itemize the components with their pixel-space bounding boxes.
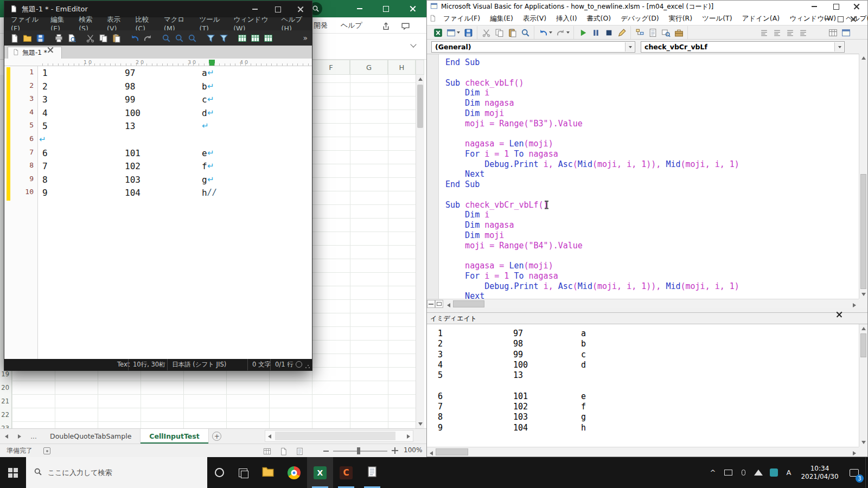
properties-window-icon[interactable] <box>646 26 659 39</box>
minimize-button[interactable] <box>803 1 825 12</box>
margin-indicator-bar[interactable] <box>427 54 439 299</box>
document-tab[interactable]: 無題-1 * <box>8 47 62 59</box>
network-tray-icon[interactable] <box>751 470 766 476</box>
column-header-H[interactable]: H <box>388 60 416 75</box>
minimize-button[interactable] <box>347 0 372 17</box>
menu-表示(V)[interactable]: 表示(V) <box>518 14 551 23</box>
scrollbar-thumb[interactable] <box>860 174 866 289</box>
column-header-G[interactable]: G <box>350 60 388 75</box>
close-button[interactable] <box>846 1 867 12</box>
copy-icon[interactable] <box>97 31 110 44</box>
save-icon[interactable] <box>462 26 475 39</box>
sheet-next-icon[interactable] <box>13 429 26 444</box>
display-tray-icon[interactable] <box>720 470 736 476</box>
open-folder-icon[interactable] <box>21 31 34 44</box>
redo-icon[interactable] <box>141 31 154 44</box>
ribbon-tab-ヘルプ[interactable]: ヘルプ <box>334 17 369 33</box>
mic-tray-icon[interactable] <box>736 470 751 476</box>
page-break-view-icon[interactable] <box>294 446 305 457</box>
expand-formula-bar-icon[interactable] <box>410 41 416 47</box>
toolbar-overflow-icon[interactable]: » <box>303 34 308 42</box>
vba-titlebar[interactable]: Microsoft Visual Basic for Applications … <box>427 1 867 12</box>
column-header-F[interactable]: F <box>312 60 350 75</box>
cut-icon[interactable] <box>84 31 97 44</box>
html-view-icon[interactable] <box>261 31 275 44</box>
zoom-slider-thumb[interactable] <box>357 447 360 454</box>
task-view-button[interactable] <box>231 457 255 488</box>
cut-icon[interactable] <box>480 26 493 39</box>
menu-実行(R)[interactable]: 実行(R) <box>664 14 697 23</box>
comment-block-icon[interactable] <box>783 26 796 39</box>
indent-icon[interactable] <box>757 26 770 39</box>
scrollbar-thumb[interactable] <box>860 333 866 357</box>
outdent-icon[interactable] <box>770 26 783 39</box>
paste-icon[interactable] <box>110 31 123 44</box>
excel-host-icon[interactable] <box>431 26 444 39</box>
find-next-icon[interactable] <box>173 31 186 44</box>
start-button[interactable] <box>0 457 26 488</box>
taskbar-app-excel-icon[interactable] <box>307 457 333 488</box>
maximize-button[interactable] <box>373 0 398 17</box>
close-button[interactable] <box>399 0 426 17</box>
taskbar-app-chrome-icon[interactable] <box>281 457 307 488</box>
new-sheet-button[interactable]: + <box>209 429 225 444</box>
horizontal-scrollbar[interactable] <box>427 447 859 456</box>
resize-grip[interactable] <box>305 363 310 369</box>
app-tray-icon[interactable] <box>766 468 781 477</box>
project-explorer-icon[interactable] <box>633 26 646 39</box>
find-icon[interactable] <box>519 26 532 39</box>
redo-icon[interactable] <box>554 26 571 39</box>
css-view-icon[interactable] <box>248 31 261 44</box>
undo-icon[interactable] <box>537 26 554 39</box>
design-grid-icon[interactable] <box>826 26 839 39</box>
find-icon[interactable] <box>159 31 173 44</box>
bookmark-icon[interactable] <box>796 26 809 39</box>
cortana-button[interactable] <box>207 457 231 488</box>
status-mode-icon[interactable] <box>296 361 302 368</box>
help-icon[interactable] <box>839 26 852 39</box>
child-restore-button[interactable] <box>834 12 847 25</box>
close-icon[interactable] <box>839 314 848 323</box>
immediate-window[interactable]: 197a298b399c4100d5136101e7102f8103g9104h <box>427 324 859 447</box>
procedure-view-button[interactable] <box>427 300 435 308</box>
run-icon[interactable] <box>576 26 589 39</box>
taskbar-app-notepad-icon[interactable] <box>359 457 385 488</box>
vertical-scrollbar[interactable] <box>859 324 867 447</box>
show-desktop-button[interactable] <box>865 457 868 488</box>
object-dropdown[interactable]: (General) <box>431 41 635 53</box>
zoom-out-button[interactable] <box>323 451 329 452</box>
print-icon[interactable] <box>52 31 65 44</box>
menu-アドイン(A)[interactable]: アドイン(A) <box>737 14 784 23</box>
taskbar-search-input[interactable]: ここに入力して検索 <box>26 457 207 488</box>
horizontal-scrollbar[interactable] <box>427 299 859 308</box>
toolbox-icon[interactable] <box>672 26 685 39</box>
break-icon[interactable] <box>589 26 602 39</box>
sheet-tab-CellInputTest[interactable]: CellInputTest <box>141 429 208 444</box>
scrollbar-thumb[interactable] <box>275 432 395 440</box>
row-header-21[interactable]: 21 <box>0 395 11 408</box>
copy-icon[interactable] <box>493 26 506 39</box>
text-editor-area[interactable]: 197a↵298b↵399c↵4100d↵513↵↵6101e↵7102f↵81… <box>38 66 312 359</box>
taskbar-app-file-explorer-icon[interactable] <box>255 457 281 488</box>
scrollbar-thumb[interactable] <box>417 85 423 128</box>
pane-splitter[interactable] <box>427 308 867 312</box>
zoom-level[interactable]: 100% <box>404 446 422 454</box>
macro-record-icon[interactable] <box>43 447 50 454</box>
menu-編集(E)[interactable]: 編集(E) <box>485 14 518 23</box>
table-view-icon[interactable] <box>235 31 248 44</box>
vertical-scrollbar[interactable] <box>416 75 424 428</box>
zoom-in-button[interactable] <box>392 447 398 454</box>
scrollbar-thumb[interactable] <box>453 300 484 307</box>
insert-userform-icon[interactable] <box>444 26 462 39</box>
object-browser-icon[interactable] <box>659 26 672 39</box>
advanced-filter-icon[interactable] <box>217 31 230 44</box>
menu-ファイル(F)[interactable]: ファイル(F) <box>438 14 485 23</box>
reset-icon[interactable] <box>602 26 615 39</box>
immediate-window-header[interactable]: イミディエイト <box>427 312 867 324</box>
ime-indicator[interactable]: A <box>781 468 796 477</box>
normal-view-icon[interactable] <box>261 446 272 457</box>
taskbar-app-c-editor-icon[interactable] <box>333 457 359 488</box>
taskbar-clock[interactable]: 10:34 2021/04/30 <box>796 465 843 481</box>
action-center-button[interactable]: 3 <box>843 469 865 477</box>
sheet-prev-icon[interactable] <box>0 429 13 444</box>
